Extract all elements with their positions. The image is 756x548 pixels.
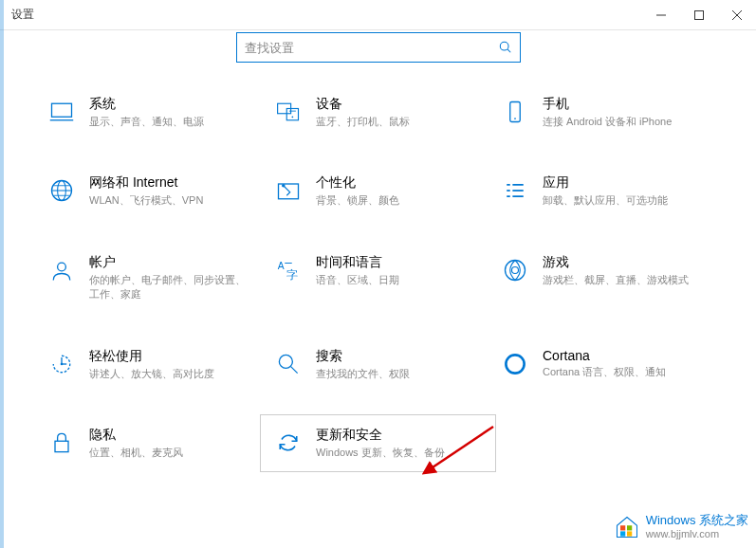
- gaming-icon: [501, 256, 529, 284]
- category-title: 时间和语言: [316, 254, 482, 271]
- category-cortana[interactable]: Cortana Cortana 语言、权限、通知: [501, 348, 709, 381]
- ease-of-access-icon: [47, 350, 76, 378]
- category-title: 更新和安全: [316, 427, 482, 444]
- category-time-language[interactable]: A字 时间和语言 语音、区域、日期: [274, 254, 482, 302]
- svg-point-20: [282, 184, 286, 188]
- cortana-icon: [501, 350, 529, 378]
- categories-grid: 系统 显示、声音、通知、电源 设备 蓝牙、打印机、鼠标 手机 连接 Androi…: [0, 96, 756, 460]
- category-title: 系统: [89, 96, 255, 113]
- watermark-line1: Windows 系统之家: [646, 513, 748, 528]
- category-update-security[interactable]: 更新和安全 Windows 更新、恢复、备份: [260, 414, 496, 472]
- category-search[interactable]: 搜索 查找我的文件、权限: [274, 348, 482, 381]
- category-gaming[interactable]: 游戏 游戏栏、截屏、直播、游戏模式: [501, 254, 709, 302]
- search-icon: [499, 41, 512, 54]
- category-title: 设备: [316, 96, 482, 113]
- category-personalization[interactable]: 个性化 背景、锁屏、颜色: [274, 174, 482, 208]
- phone-icon: [501, 98, 529, 126]
- category-desc: 你的帐户、电子邮件、同步设置、工作、家庭: [89, 273, 255, 302]
- svg-rect-9: [286, 109, 298, 120]
- category-privacy[interactable]: 隐私 位置、相机、麦克风: [47, 427, 255, 460]
- search-category-icon: [274, 350, 303, 378]
- category-desc: 蓝牙、打印机、鼠标: [316, 115, 482, 129]
- category-title: 帐户: [89, 254, 255, 271]
- update-security-icon: [274, 429, 303, 457]
- svg-text:A: A: [278, 261, 285, 271]
- svg-rect-44: [627, 525, 632, 530]
- svg-point-36: [279, 355, 292, 368]
- apps-icon: [501, 176, 529, 205]
- watermark-line2: www.bjjmlv.com: [646, 528, 748, 540]
- svg-line-37: [291, 366, 298, 373]
- category-desc: 语音、区域、日期: [316, 273, 482, 287]
- window-controls: [642, 0, 756, 30]
- svg-point-10: [292, 116, 294, 118]
- time-language-icon: A字: [274, 256, 303, 284]
- svg-point-4: [500, 42, 508, 50]
- category-desc: 连接 Android 设备和 iPhone: [543, 115, 709, 129]
- svg-point-13: [514, 118, 516, 119]
- category-title: 应用: [543, 174, 709, 192]
- category-accounts[interactable]: 帐户 你的帐户、电子邮件、同步设置、工作、家庭: [47, 254, 255, 302]
- svg-rect-43: [620, 525, 625, 530]
- window-title: 设置: [11, 7, 642, 23]
- system-icon: [47, 98, 76, 126]
- category-title: 轻松使用: [89, 348, 255, 365]
- category-apps[interactable]: 应用 卸载、默认应用、可选功能: [501, 174, 709, 208]
- category-title: 个性化: [316, 174, 482, 192]
- svg-point-31: [506, 260, 526, 280]
- close-button[interactable]: [718, 0, 756, 30]
- accounts-icon: [47, 256, 76, 284]
- privacy-icon: [47, 429, 76, 457]
- personalization-icon: [274, 176, 303, 205]
- svg-rect-6: [52, 103, 72, 117]
- devices-icon: [274, 98, 303, 126]
- svg-point-35: [61, 362, 64, 365]
- category-desc: 讲述人、放大镜、高对比度: [89, 367, 255, 381]
- category-desc: 游戏栏、截屏、直播、游戏模式: [543, 273, 709, 287]
- svg-rect-1: [695, 10, 704, 19]
- category-network[interactable]: 网络和 Internet WLAN、飞行模式、VPN: [47, 174, 255, 208]
- category-desc: 卸载、默认应用、可选功能: [543, 193, 709, 208]
- search-box[interactable]: [236, 32, 521, 63]
- category-phone[interactable]: 手机 连接 Android 设备和 iPhone: [501, 96, 709, 129]
- svg-rect-46: [627, 531, 632, 536]
- svg-text:字: 字: [286, 268, 298, 282]
- maximize-button[interactable]: [680, 0, 718, 30]
- search-input[interactable]: [245, 41, 499, 55]
- watermark-logo-icon: [614, 514, 640, 540]
- category-desc: WLAN、飞行模式、VPN: [89, 193, 255, 208]
- category-desc: 查找我的文件、权限: [316, 367, 482, 381]
- svg-rect-39: [55, 441, 68, 451]
- category-desc: Cortana 语言、权限、通知: [543, 365, 709, 379]
- category-desc: 位置、相机、麦克风: [89, 446, 255, 460]
- svg-rect-45: [620, 531, 625, 536]
- watermark: Windows 系统之家 www.bjjmlv.com: [614, 513, 748, 540]
- category-title: 游戏: [543, 254, 709, 271]
- svg-rect-19: [279, 184, 299, 199]
- category-desc: 背景、锁屏、颜色: [316, 193, 482, 208]
- svg-line-5: [507, 49, 510, 52]
- category-title: 搜索: [316, 348, 482, 365]
- category-desc: 显示、声音、通知、电源: [89, 115, 255, 129]
- minimize-button[interactable]: [642, 0, 680, 30]
- svg-point-27: [58, 263, 66, 271]
- category-title: 手机: [543, 96, 709, 113]
- category-ease-of-access[interactable]: 轻松使用 讲述人、放大镜、高对比度: [47, 348, 255, 381]
- titlebar: 设置: [0, 0, 756, 30]
- network-icon: [47, 176, 76, 205]
- category-title: Cortana: [543, 348, 709, 363]
- svg-point-32: [512, 266, 519, 273]
- category-title: 隐私: [89, 427, 255, 444]
- svg-point-38: [506, 355, 524, 373]
- category-desc: Windows 更新、恢复、备份: [316, 446, 482, 460]
- category-system[interactable]: 系统 显示、声音、通知、电源: [47, 96, 255, 129]
- category-title: 网络和 Internet: [89, 174, 255, 192]
- category-devices[interactable]: 设备 蓝牙、打印机、鼠标: [274, 96, 482, 129]
